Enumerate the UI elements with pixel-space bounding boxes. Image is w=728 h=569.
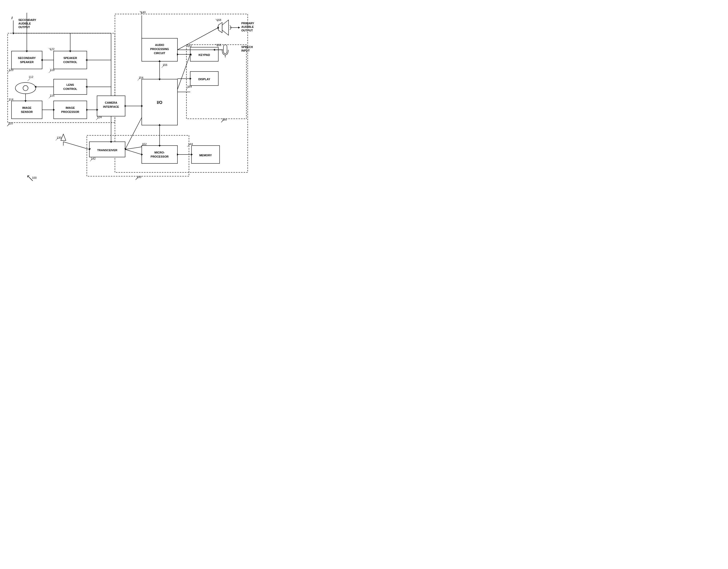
microprocessor-label2: PROCESSOR — [151, 155, 169, 158]
secondary-audible-label: SECONDARY — [18, 18, 37, 21]
lens-control-label: LENS — [66, 83, 74, 86]
lens-control-label2: CONTROL — [63, 87, 77, 90]
secondary-speaker-label2: SPEAKER — [20, 61, 33, 64]
image-processor-label2: PROCESSOR — [61, 110, 79, 113]
io-label: I/O — [157, 100, 162, 105]
memory-label: MEMORY — [199, 154, 212, 157]
speaker-control-label2: CONTROL — [63, 61, 77, 64]
primary-audible-label3: OUTPUT — [241, 29, 253, 32]
ref-166: 166 — [217, 43, 221, 46]
secondary-audible-label2: AUDIBLE — [18, 22, 31, 25]
audio-processing-label: AUDIO — [155, 43, 164, 46]
primary-audible-label: PRIMARY — [241, 22, 254, 25]
secondary-speaker-label: SECONDARY — [18, 56, 36, 60]
image-processor-label: IMAGE — [66, 106, 75, 109]
display-label: DISPLAY — [198, 78, 210, 81]
camera-interface-label: CAMERA — [105, 101, 117, 104]
image-sensor-label2: SENSOR — [21, 110, 33, 113]
ref-140: 140 — [141, 11, 146, 14]
ref-112: 112 — [29, 75, 33, 78]
svg-rect-11 — [54, 101, 87, 119]
keypad-label: KEYPAD — [198, 53, 210, 56]
svg-rect-7 — [54, 79, 87, 94]
speech-input-label: SPEECH — [241, 45, 253, 49]
ref-168: 168 — [217, 18, 221, 21]
microprocessor-label: MICRO- — [154, 151, 165, 154]
svg-rect-5 — [11, 51, 42, 69]
svg-rect-0 — [0, 0, 255, 199]
transceiver-label: TRANSCEIVER — [97, 149, 117, 152]
audio-processing-label2: PROCESSING — [150, 48, 169, 51]
ref-122: 122 — [50, 48, 54, 51]
svg-point-9 — [23, 86, 28, 91]
speaker-control-label: SPEAKER — [63, 56, 77, 60]
svg-rect-10 — [11, 101, 42, 119]
svg-rect-6 — [54, 51, 87, 69]
primary-audible-label2: AUDIBLE — [241, 25, 254, 28]
camera-interface-label2: INTERFACE — [103, 105, 119, 108]
image-sensor-label: IMAGE — [22, 106, 31, 109]
diagram-container: 110 140 160 150 SECONDARY SPEAKER SPEAKE… — [0, 0, 255, 199]
ref-162: 162 — [187, 44, 192, 47]
ref-100: 100 — [32, 176, 37, 179]
secondary-audible-label3: OUTPUT — [18, 26, 30, 29]
speech-input-label2: INPUT — [241, 49, 250, 52]
svg-rect-18 — [142, 146, 177, 163]
audio-processing-label3: CIRCUIT — [154, 52, 165, 55]
